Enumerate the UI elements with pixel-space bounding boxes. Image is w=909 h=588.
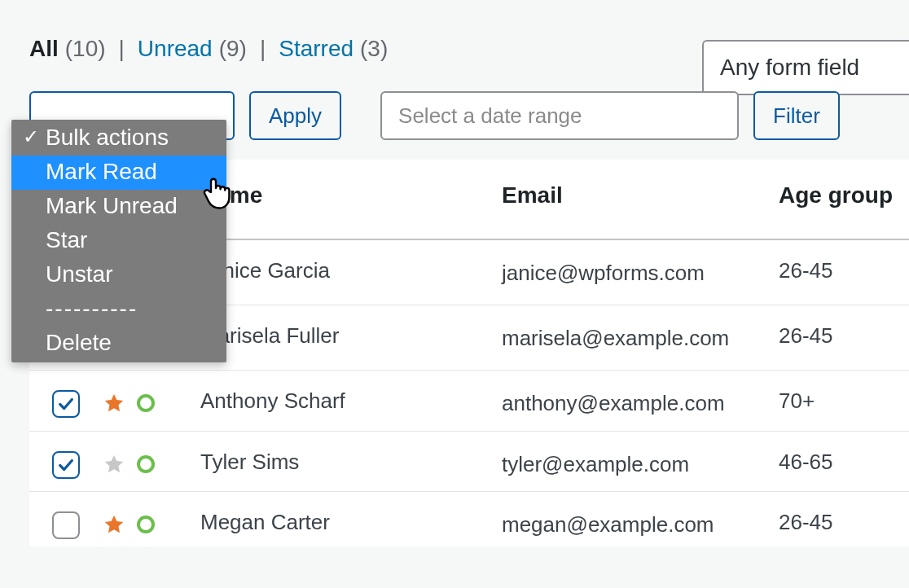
tab-unread-count: (9)	[219, 36, 247, 62]
star-icon[interactable]	[103, 513, 125, 536]
bulk-menu-separator: ----------	[11, 292, 226, 327]
row-age-group: 26-45	[767, 239, 909, 305]
row-age-group: 26-45	[767, 305, 909, 371]
tab-separator: |	[119, 36, 125, 62]
row-name[interactable]: Janice Garcia	[189, 239, 490, 305]
apply-button[interactable]: Apply	[249, 91, 341, 140]
form-field-select-value: Any form field	[720, 55, 859, 81]
tab-starred-label: Starred	[279, 36, 354, 62]
unread-indicator-icon	[137, 455, 155, 473]
bulk-menu-item-star[interactable]: Star	[11, 224, 226, 258]
row-email: marisela@example.com	[502, 323, 754, 354]
unread-indicator-icon	[137, 516, 155, 533]
row-age-group: 70+	[767, 371, 909, 432]
row-checkbox[interactable]	[52, 390, 80, 418]
bulk-menu-item-mark-unread[interactable]: Mark Unread	[11, 190, 226, 224]
column-email[interactable]: Email	[490, 160, 767, 239]
table-row: Anthony Scharfanthony@example.com70+	[29, 371, 909, 432]
row-age-group: 26-45	[767, 492, 909, 547]
row-email: tyler@example.com	[502, 450, 754, 480]
tab-starred[interactable]: Starred (3)	[279, 36, 388, 62]
row-name[interactable]: Tyler Sims	[189, 431, 490, 492]
row-name[interactable]: Megan Carter	[189, 492, 490, 547]
tab-all-count: (10)	[65, 36, 106, 62]
filter-button[interactable]: Filter	[753, 91, 840, 140]
row-email: janice@wpforms.com	[502, 258, 754, 289]
row-name[interactable]: Marisela Fuller	[189, 305, 490, 371]
column-age[interactable]: Age group	[767, 160, 909, 239]
star-icon[interactable]	[103, 392, 125, 415]
table-row: Megan Cartermegan@example.com26-45	[29, 492, 909, 547]
row-checkbox[interactable]	[52, 451, 80, 479]
bulk-actions-menu: Bulk actions Mark Read Mark Unread Star …	[11, 120, 226, 362]
table-row: Tyler Simstyler@example.com46-65	[29, 431, 909, 492]
date-range-input[interactable]	[380, 91, 739, 140]
row-checkbox[interactable]	[52, 511, 80, 539]
row-name[interactable]: Anthony Scharf	[189, 371, 490, 432]
bulk-menu-item-unstar[interactable]: Unstar	[11, 258, 226, 292]
tab-all[interactable]: All (10)	[29, 36, 106, 62]
bulk-menu-item-delete[interactable]: Delete	[11, 327, 226, 361]
tab-unread[interactable]: Unread (9)	[138, 36, 247, 62]
column-name[interactable]: Name	[189, 160, 490, 239]
row-age-group: 46-65	[767, 431, 909, 492]
form-field-select[interactable]: Any form field	[702, 40, 909, 95]
star-icon[interactable]	[103, 453, 125, 476]
bulk-menu-item-header[interactable]: Bulk actions	[11, 121, 226, 156]
row-email: megan@example.com	[502, 510, 754, 541]
row-email: anthony@example.com	[502, 388, 754, 419]
filter-button-label: Filter	[773, 103, 820, 129]
tab-all-label: All	[29, 36, 59, 62]
apply-button-label: Apply	[269, 103, 322, 129]
tab-separator: |	[260, 36, 266, 62]
unread-indicator-icon	[137, 394, 155, 412]
tab-starred-count: (3)	[360, 36, 388, 62]
tab-unread-label: Unread	[138, 36, 213, 62]
bulk-menu-item-mark-read[interactable]: Mark Read	[11, 156, 226, 190]
